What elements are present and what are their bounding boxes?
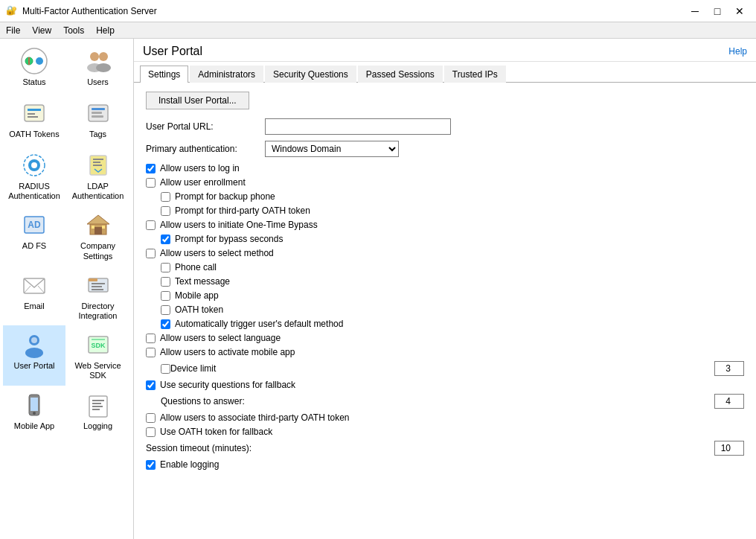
device-limit-row: Device limit <box>146 361 744 376</box>
device-limit-checkbox[interactable] <box>161 364 170 374</box>
window-controls: ─ □ ✕ <box>685 3 750 19</box>
app-icon: 🔐 <box>6 5 18 17</box>
security-questions-row: Use security questions for fallback <box>146 380 744 390</box>
mobile-icon <box>19 390 49 420</box>
sidebar-item-tags[interactable]: Tags <box>67 94 129 146</box>
third-party-oath-label: Prompt for third-party OATH token <box>175 205 310 216</box>
sidebar-item-company[interactable]: Company Settings <box>67 205 129 265</box>
security-questions-checkbox[interactable] <box>146 380 156 390</box>
mobile-app-method-row: Mobile app <box>146 290 744 301</box>
sidebar-item-directory[interactable]: Directory Integration <box>67 266 129 325</box>
user-portal-url-input[interactable] <box>265 118 451 135</box>
sidebar-item-oath-tokens[interactable]: OATH Tokens <box>3 94 65 146</box>
user-portal-url-row: User Portal URL: <box>146 118 744 135</box>
allow-log-in-row: Allow users to log in <box>146 163 744 173</box>
sidebar-label-users: Users <box>87 77 109 87</box>
primary-auth-select[interactable]: Windows Domain RADIUS LDAP <box>265 141 399 157</box>
phone-call-checkbox[interactable] <box>161 263 170 272</box>
sidebar-label-directory: Directory Integration <box>70 302 126 321</box>
svg-rect-52 <box>92 409 100 410</box>
third-party-oath-checkbox[interactable] <box>161 206 170 216</box>
questions-to-answer-label: Questions to answer: <box>161 396 708 406</box>
select-language-checkbox[interactable] <box>146 334 156 343</box>
backup-phone-row: Prompt for backup phone <box>146 191 744 202</box>
svg-rect-30 <box>102 226 105 229</box>
select-language-row: Allow users to select language <box>146 333 744 343</box>
svg-rect-35 <box>89 278 97 281</box>
sidebar-label-ldap: LDAP Authentication <box>70 182 126 201</box>
sidebar-item-ldap[interactable]: LDAP Authentication <box>67 146 129 205</box>
third-party-oath-row: Prompt for third-party OATH token <box>146 205 744 216</box>
tab-settings[interactable]: Settings <box>140 66 188 83</box>
device-limit-label: Device limit <box>170 363 708 374</box>
menu-view[interactable]: View <box>26 24 57 37</box>
email-icon <box>19 270 49 300</box>
app-body: Status Users <box>0 39 756 539</box>
main-content: User Portal Help Settings Administrators… <box>134 39 756 539</box>
svg-rect-16 <box>92 115 103 118</box>
sidebar-item-logging[interactable]: Logging <box>67 386 129 438</box>
close-button[interactable]: ✕ <box>729 3 750 19</box>
tab-administrators[interactable]: Administrators <box>190 66 263 83</box>
device-limit-spinner[interactable] <box>714 361 744 376</box>
svg-rect-22 <box>93 162 100 163</box>
minimize-button[interactable]: ─ <box>685 3 705 19</box>
logging-icon <box>83 390 113 420</box>
settings-tab-content: Install User Portal... User Portal URL: … <box>134 83 756 539</box>
select-method-checkbox[interactable] <box>146 249 156 258</box>
allow-log-in-checkbox[interactable] <box>146 164 156 173</box>
auto-trigger-checkbox[interactable] <box>161 319 170 329</box>
svg-point-7 <box>99 52 108 61</box>
auto-trigger-row: Automatically trigger user's default met… <box>146 319 744 329</box>
users-icon <box>83 46 113 76</box>
tab-security-questions[interactable]: Security Questions <box>265 66 356 83</box>
allow-enrollment-row: Allow user enrollment <box>146 177 744 188</box>
svg-rect-28 <box>94 227 102 235</box>
security-questions-label: Use security questions for fallback <box>160 380 295 390</box>
backup-phone-checkbox[interactable] <box>161 192 170 202</box>
mobile-app-method-checkbox[interactable] <box>161 291 170 301</box>
svg-point-41 <box>31 337 37 343</box>
bypass-seconds-checkbox[interactable] <box>161 235 170 244</box>
enable-logging-checkbox[interactable] <box>146 460 156 470</box>
questions-to-answer-spinner[interactable] <box>714 394 744 409</box>
menu-help[interactable]: Help <box>90 24 121 37</box>
menu-file[interactable]: File <box>0 24 26 37</box>
svg-rect-49 <box>92 400 104 401</box>
svg-rect-44 <box>92 339 105 340</box>
phone-call-label: Phone call <box>175 262 217 272</box>
radius-icon <box>19 150 49 180</box>
allow-enrollment-checkbox[interactable] <box>146 178 156 188</box>
page-header: User Portal Help <box>134 39 756 62</box>
svg-point-40 <box>25 348 43 358</box>
install-user-portal-button[interactable]: Install User Portal... <box>146 92 249 109</box>
sidebar-item-mobile[interactable]: Mobile App <box>3 386 65 438</box>
oath-token-checkbox[interactable] <box>161 305 170 315</box>
one-time-bypass-checkbox[interactable] <box>146 220 156 230</box>
sidebar-item-users[interactable]: Users <box>67 42 129 94</box>
sidebar-item-status[interactable]: Status <box>3 42 65 94</box>
maximize-button[interactable]: □ <box>707 3 728 19</box>
svg-rect-36 <box>92 283 105 284</box>
svg-marker-27 <box>87 215 109 224</box>
sidebar: Status Users <box>0 39 134 539</box>
tab-passed-sessions[interactable]: Passed Sessions <box>358 66 443 83</box>
svg-rect-29 <box>92 226 94 229</box>
sidebar-item-web-service[interactable]: SDK Web Service SDK <box>67 325 129 385</box>
sidebar-label-oath: OATH Tokens <box>9 130 59 139</box>
tab-trusted-ips[interactable]: Trusted IPs <box>444 66 506 83</box>
sidebar-item-adfs[interactable]: AD AD FS <box>3 205 65 265</box>
menu-tools[interactable]: Tools <box>57 24 90 37</box>
svg-rect-46 <box>31 398 38 411</box>
session-timeout-spinner[interactable] <box>714 441 744 456</box>
sidebar-item-radius[interactable]: RADIUS Authentication <box>3 146 65 205</box>
sidebar-item-email[interactable]: Email <box>3 266 65 325</box>
sidebar-label-logging: Logging <box>83 421 112 431</box>
assoc-oath-checkbox[interactable] <box>146 413 156 423</box>
oath-fallback-checkbox[interactable] <box>146 427 156 437</box>
oath-icon <box>19 98 49 128</box>
sidebar-item-user-portal[interactable]: User Portal <box>3 325 65 385</box>
help-link[interactable]: Help <box>728 46 747 57</box>
text-message-checkbox[interactable] <box>161 277 170 287</box>
activate-mobile-checkbox[interactable] <box>146 348 156 357</box>
